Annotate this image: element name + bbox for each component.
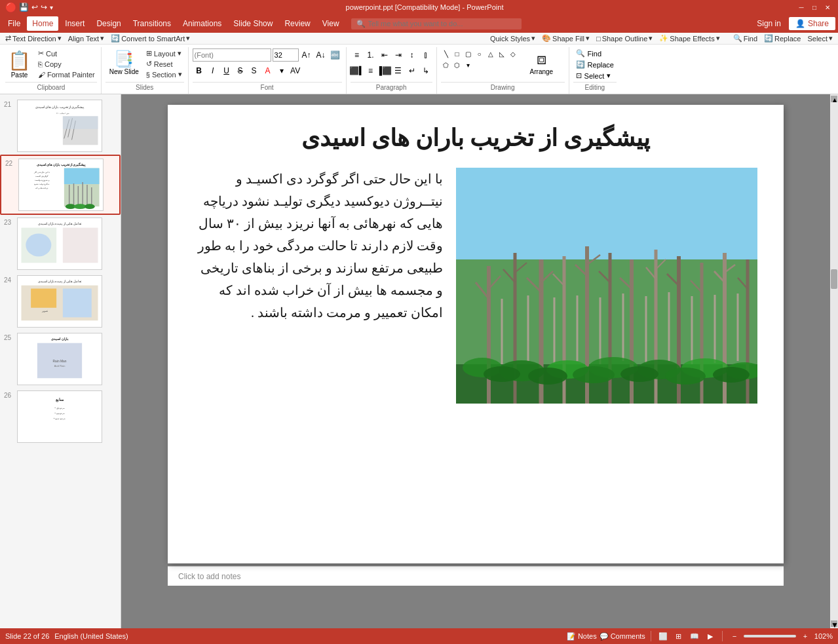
canvas-scroll[interactable]: پیشگیری از تخریب باران های اسیدی با این … bbox=[121, 94, 830, 628]
font-name-input[interactable] bbox=[193, 48, 271, 62]
layout-button[interactable]: ⊞ Layout ▾ bbox=[144, 48, 184, 58]
slide-thumb-21[interactable]: 21 پیشگیری از تخریب باران های اسیدی متن … bbox=[0, 97, 121, 155]
decrease-font-btn[interactable]: A↓ bbox=[314, 48, 328, 62]
shape-effects-btn[interactable]: ✨ Shape Effects ▾ bbox=[657, 33, 722, 43]
reset-button[interactable]: ↺ Reset bbox=[144, 59, 184, 69]
font-label: Font bbox=[193, 82, 342, 92]
zoom-slider[interactable] bbox=[744, 635, 796, 637]
arrange-button[interactable]: ⧈ Arrange bbox=[527, 48, 556, 77]
slide-sorter-btn[interactable]: ⊞ bbox=[672, 630, 685, 643]
decrease-indent-btn[interactable]: ⇤ bbox=[378, 48, 391, 62]
replace-btn-main[interactable]: 🔄 Replace bbox=[573, 60, 617, 69]
font-color-btn[interactable]: A bbox=[261, 64, 275, 77]
paste-button[interactable]: 📋 Paste bbox=[5, 48, 33, 80]
menu-slideshow[interactable]: Slide Show bbox=[228, 16, 278, 31]
shape-line[interactable]: ╲ bbox=[441, 48, 451, 59]
menu-file[interactable]: File bbox=[3, 16, 26, 31]
notes-area[interactable]: Click to add notes bbox=[168, 566, 784, 586]
slide-body-text[interactable]: با این حال حتی اگر گوگرد دی اکسیـد و نیت… bbox=[194, 168, 443, 550]
columns-btn[interactable]: ⫿ bbox=[419, 48, 432, 62]
shape-pentagon[interactable]: ⬠ bbox=[441, 60, 451, 70]
section-button[interactable]: § Section ▾ bbox=[144, 69, 184, 79]
select-btn-main[interactable]: ⊡ Select ▾ bbox=[573, 71, 617, 81]
quick-access-undo[interactable]: ↩ bbox=[31, 3, 38, 12]
slide-thumb-24[interactable]: 24 تعامل هایی از پدیده باران اسیدی تصویر bbox=[0, 273, 121, 330]
vertical-scrollbar[interactable]: ▲ ▼ bbox=[830, 94, 838, 628]
align-left-btn[interactable]: ⬛▍ bbox=[351, 64, 364, 77]
sign-in-btn[interactable]: Sign in bbox=[752, 17, 786, 30]
strikethrough-btn[interactable]: S bbox=[234, 64, 247, 77]
increase-font-btn[interactable]: A↑ bbox=[300, 48, 313, 62]
shadow-btn[interactable]: S bbox=[248, 64, 261, 77]
menu-insert[interactable]: Insert bbox=[60, 16, 90, 31]
share-btn[interactable]: 👤 Share bbox=[789, 17, 835, 30]
replace-btn[interactable]: 🔄 Replace bbox=[761, 33, 803, 43]
find-btn[interactable]: 🔍 Find bbox=[731, 33, 760, 43]
font-size-input[interactable] bbox=[273, 48, 299, 62]
bold-btn[interactable]: B bbox=[193, 64, 206, 77]
zoom-in-btn[interactable]: + bbox=[799, 630, 812, 643]
search-input[interactable] bbox=[368, 20, 516, 28]
notes-btn[interactable]: 📝 Notes bbox=[567, 632, 597, 641]
shape-rounded-rect[interactable]: ▢ bbox=[463, 48, 474, 59]
italic-btn[interactable]: I bbox=[206, 64, 219, 77]
char-spacing-btn[interactable]: AV bbox=[289, 64, 302, 77]
comments-btn[interactable]: 💬 Comments bbox=[600, 632, 645, 641]
scroll-up-btn[interactable]: ▲ bbox=[831, 96, 837, 102]
clear-format-btn[interactable]: 🔤 bbox=[329, 48, 342, 62]
align-right-btn[interactable]: ▐⬛ bbox=[378, 64, 391, 77]
new-slide-button[interactable]: 📑 New Slide bbox=[105, 48, 143, 77]
shape-hexagon[interactable]: ⬡ bbox=[452, 60, 463, 70]
slide-thumb-25[interactable]: 25 باران اسیدی Rain Man Acid Rain bbox=[0, 330, 121, 388]
bullets-btn[interactable]: ≡ bbox=[351, 48, 364, 62]
increase-indent-btn[interactable]: ⇥ bbox=[392, 48, 405, 62]
scroll-thumb[interactable] bbox=[831, 269, 837, 289]
shape-rect[interactable]: □ bbox=[452, 48, 463, 59]
format-painter-button[interactable]: 🖌 Format Painter bbox=[36, 70, 97, 79]
underline-btn[interactable]: U bbox=[220, 64, 233, 77]
close-btn[interactable]: ✕ bbox=[822, 2, 833, 12]
justify-btn[interactable]: ☰ bbox=[392, 64, 405, 77]
menu-view[interactable]: View bbox=[317, 16, 345, 31]
slide-thumb-22[interactable]: 22 پیشگیری از تخریب باران های اسیدی با ا… bbox=[0, 155, 121, 215]
center-btn[interactable]: ≡ bbox=[364, 64, 377, 77]
slide-thumb-26[interactable]: 26 منابع • مرجع اول • مرجع دوم • مرجع سو… bbox=[0, 388, 121, 445]
maximize-btn[interactable]: □ bbox=[809, 2, 820, 12]
menu-home[interactable]: Home bbox=[27, 16, 58, 31]
menu-design[interactable]: Design bbox=[91, 16, 126, 31]
line-spacing-btn[interactable]: ↕ bbox=[406, 48, 419, 62]
minimize-btn[interactable]: ─ bbox=[796, 2, 807, 12]
find-btn-main[interactable]: 🔍 Find bbox=[573, 48, 617, 58]
shape-diamond[interactable]: ◇ bbox=[508, 48, 518, 59]
shape-more[interactable]: ▾ bbox=[463, 60, 474, 70]
normal-view-btn[interactable]: ⬜ bbox=[657, 630, 670, 643]
convert-smartart-btn[interactable]: 🔄 Convert to SmartArt ▾ bbox=[108, 33, 193, 43]
slide-thumb-23[interactable]: 23 تعامل هایی از پدیده باران اسیدی bbox=[0, 215, 121, 273]
menu-animations[interactable]: Animations bbox=[178, 16, 227, 31]
shape-outline-btn[interactable]: □ Shape Outline ▾ bbox=[594, 33, 655, 43]
align-text-btn[interactable]: Align Text ▾ bbox=[66, 33, 107, 43]
shape-fill-btn[interactable]: 🎨 Shape Fill ▾ bbox=[539, 33, 592, 43]
menu-review[interactable]: Review bbox=[279, 16, 315, 31]
ltr-btn[interactable]: ↳ bbox=[419, 64, 432, 77]
numbering-btn[interactable]: 1. bbox=[364, 48, 377, 62]
quick-access-redo[interactable]: ↪ bbox=[41, 3, 47, 12]
ribbon-group-font: A↑ A↓ 🔤 B I U S S A ▾ AV Font bbox=[190, 47, 347, 94]
rtl-btn[interactable]: ↵ bbox=[406, 64, 419, 77]
text-direction-btn[interactable]: ⇄ Text Direction ▾ bbox=[3, 33, 64, 43]
zoom-out-btn[interactable]: − bbox=[728, 630, 741, 643]
cut-button[interactable]: ✂ Cut bbox=[36, 48, 97, 58]
shape-right-triangle[interactable]: ◺ bbox=[497, 48, 507, 59]
quick-access-save[interactable]: 💾 bbox=[19, 3, 29, 12]
copy-button[interactable]: ⎘ Copy bbox=[36, 60, 97, 69]
menu-transitions[interactable]: Transitions bbox=[128, 16, 176, 31]
shape-triangle[interactable]: △ bbox=[486, 48, 496, 59]
scroll-down-btn[interactable]: ▼ bbox=[831, 620, 837, 627]
quick-styles-btn[interactable]: Quick Styles ▾ bbox=[487, 33, 538, 43]
ribbon-group-clipboard: 📋 Paste ✂ Cut ⎘ Copy 🖌 Format Painter bbox=[3, 47, 102, 94]
font-color-picker[interactable]: ▾ bbox=[275, 64, 288, 77]
slideshow-btn[interactable]: ▶ bbox=[704, 630, 717, 643]
shape-oval[interactable]: ○ bbox=[474, 48, 485, 59]
reading-view-btn[interactable]: 📖 bbox=[688, 630, 701, 643]
select-btn[interactable]: Select ▾ bbox=[805, 33, 835, 43]
